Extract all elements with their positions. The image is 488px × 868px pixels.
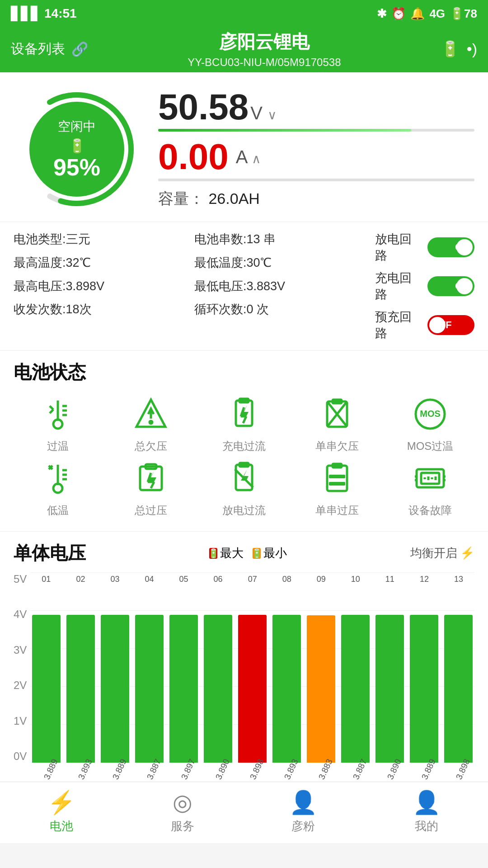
battery-type: 电池类型:三元 [14, 231, 194, 248]
voltage-label-wrap: 3.898 [443, 765, 474, 777]
bars-row: 01 02 03 04 05 06 07 08 09 10 11 12 13 [30, 573, 474, 763]
current-unit: A ∧ [236, 147, 262, 167]
bar-fill-11 [375, 615, 404, 763]
nav-item-service[interactable]: ◎ 服务 [171, 789, 194, 834]
bar-fill-09 [307, 615, 335, 763]
voltage-display: 50.58 V ∨ [158, 89, 474, 125]
nav-item-fans[interactable]: 👤 彦粉 [289, 789, 317, 834]
battery-status-icon: 🔋 [441, 40, 460, 58]
chart-legend: 🔋 最大 🔋 最小 [209, 545, 287, 561]
dischargeOverCurrent-label: 放电过流 [222, 503, 266, 518]
gauge-percent: 95% [53, 154, 100, 181]
current-bar-empty [158, 179, 474, 181]
nav-icon-battery: ⚡ [47, 789, 75, 816]
capacity-row: 容量： 26.0AH [158, 189, 474, 209]
status-icon-item-cellUnderVoltage: 单串欠压 [293, 394, 381, 453]
min-temp: 最低温度:30℃ [194, 255, 375, 272]
bar-fill-05 [169, 615, 198, 763]
toggle-label-2: 预充回路 [375, 309, 421, 341]
bar-item-03: 03 [99, 573, 131, 763]
toggle-btn-0[interactable]: ON [427, 237, 474, 257]
svg-line-9 [50, 410, 53, 413]
legend-min-dot: 🔋 [253, 548, 261, 559]
bar-num-02: 02 [76, 575, 85, 584]
deviceFault-icon [410, 458, 450, 499]
toggle-row-1: 充电回路 ON [375, 270, 474, 302]
toggle-knob-2 [429, 317, 446, 333]
bars-container: 01 02 03 04 05 06 07 08 09 10 11 12 13 [30, 573, 474, 777]
metrics-panel: 50.58 V ∨ 0.00 A ∧ 容量： 26.0AH [149, 89, 474, 209]
toggle-btn-2[interactable]: OFF [427, 315, 474, 335]
nav-label-service: 服务 [171, 818, 194, 834]
gauge-status: 空闲中 [58, 118, 96, 135]
voltage-label-wrap: 3.893 [271, 765, 303, 777]
legend-max-label: 最大 [220, 545, 244, 561]
battery-state-title: 电池状态 [14, 360, 474, 385]
bar-num-03: 03 [110, 575, 119, 584]
bar-item-07: 07 [237, 573, 268, 763]
bar-num-13: 13 [454, 575, 463, 584]
status-icon-item-chargeOverCurrent: 充电过流 [200, 394, 288, 453]
cycle-count: 循环次数:0 次 [194, 301, 375, 318]
battery-state-section: 电池状态 过温 总欠压 充电过流 [0, 350, 488, 531]
toggle-label-0: 放电回路 [375, 231, 421, 264]
nav-item-battery[interactable]: ⚡ 电池 [47, 789, 75, 834]
bar-fill-06 [204, 615, 232, 763]
cellOverVoltage-icon [317, 458, 357, 499]
lowTemp-label: 低温 [47, 503, 69, 518]
bluetooth-icon: ✱ [377, 7, 387, 21]
bar-num-04: 04 [145, 575, 154, 584]
legend-max: 🔋 最大 [209, 545, 244, 561]
status-left: ▋▋▋ 14:51 [11, 6, 77, 21]
chargeOverCurrent-icon [224, 394, 264, 434]
nav-item-mine[interactable]: 👤 我的 [413, 789, 441, 834]
alarm-icon: ⏰ [391, 7, 406, 21]
status-icon-item-dischargeOverCurrent: 放电过流 [200, 458, 288, 518]
status-icon-item-overTemp: 过温 [14, 394, 102, 453]
bar-fill-07 [238, 615, 267, 763]
bar-num-11: 11 [385, 575, 394, 584]
nav-label-mine: 我的 [415, 818, 438, 834]
cellOverVoltage-label: 单串过压 [315, 503, 359, 518]
bell-icon: 🔔 [410, 7, 425, 21]
device-id: YY-BCU03-NIU-M/05M9170538 [188, 56, 341, 69]
tx-count: 收发次数:18次 [14, 301, 194, 318]
legend-min: 🔋 最小 [253, 545, 287, 561]
series-count: 电池串数:13 串 [194, 231, 375, 248]
y-axis-label: 3V [14, 644, 27, 656]
nav-icon-fans: 👤 [289, 789, 317, 816]
bar-item-02: 02 [65, 573, 96, 763]
bar-num-08: 08 [282, 575, 291, 584]
underVoltage-label: 总欠压 [135, 439, 167, 453]
max-temp: 最高温度:32℃ [14, 255, 194, 272]
status-icon-item-deviceFault: 设备故障 [386, 458, 474, 518]
min-voltage: 最低电压:3.883V [194, 278, 375, 295]
status-icon-item-mosOverTemp: MOS MOS过温 [386, 394, 474, 453]
legend-max-dot: 🔋 [209, 548, 217, 559]
bar-item-08: 08 [271, 573, 303, 763]
status-icons-grid: 过温 总欠压 充电过流 单串欠压 MOS [14, 394, 474, 518]
voltage-bar [158, 129, 474, 132]
device-list-link[interactable]: 设备列表 [11, 40, 65, 58]
bar-fill-12 [410, 615, 438, 763]
header-center: 彦阳云锂电 YY-BCU03-NIU-M/05M9170538 [188, 29, 341, 69]
y-axis-label: 2V [14, 679, 27, 692]
battery-icon: 🔋78 [450, 7, 477, 21]
balance-info: 均衡开启 ⚡ [410, 545, 474, 561]
toggle-btn-1[interactable]: ON [427, 276, 474, 296]
menu-icon[interactable]: •) [467, 40, 477, 58]
bar-item-06: 06 [202, 573, 234, 763]
bar-fill-08 [272, 615, 301, 763]
voltage-label-wrap: 3.889 [30, 765, 62, 777]
bar-fill-04 [135, 615, 164, 763]
4g-icon: 4G [429, 7, 445, 21]
overTemp-icon [38, 394, 78, 434]
link-icon: 🔗 [71, 41, 88, 57]
app-title: 彦阳云锂电 [188, 29, 341, 54]
bar-num-05: 05 [179, 575, 188, 584]
y-axis-label: 0V [14, 750, 27, 763]
cell-voltage-section: 单体电压 🔋 最大 🔋 最小 均衡开启 ⚡ 5V4V3V2V1V0V [0, 531, 488, 782]
toggle-row-0: 放电回路 ON [375, 231, 474, 264]
app-header: 设备列表 🔗 彦阳云锂电 YY-BCU03-NIU-M/05M9170538 🔋… [0, 27, 488, 72]
svg-rect-42 [329, 482, 345, 486]
